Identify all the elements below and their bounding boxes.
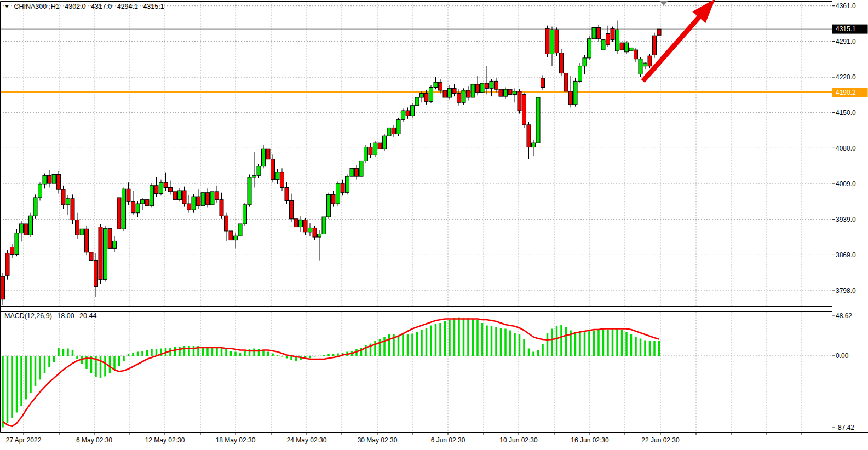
macd-bar	[584, 332, 586, 356]
candle-bull	[471, 84, 475, 97]
time-tick-label: 12 May 02:30	[145, 436, 185, 444]
macd-bar	[542, 344, 544, 356]
candle-bull	[308, 228, 312, 232]
candle-bull	[387, 128, 391, 136]
candle-bull	[396, 120, 400, 134]
candle-bear	[406, 111, 410, 116]
candle-bull	[159, 182, 163, 193]
macd-bar	[323, 355, 325, 356]
macd-bar	[67, 349, 69, 356]
candle-bear	[303, 220, 307, 232]
macd-bar	[151, 349, 153, 356]
candle-bear	[173, 192, 177, 200]
candle-bull	[504, 89, 508, 96]
time-tick-label: 6 Jun 02:30	[431, 436, 465, 444]
candle-bull	[248, 177, 251, 205]
candle-bear	[48, 175, 51, 183]
macd-bar	[39, 356, 41, 379]
price-tick-label: 4220.0	[836, 73, 856, 81]
candle-bull	[346, 176, 349, 193]
candle-bear	[634, 50, 638, 59]
candle-bear	[341, 183, 344, 193]
macd-bar	[421, 330, 423, 356]
macd-bar	[272, 354, 274, 356]
candle-bull	[262, 149, 266, 166]
macd-bar	[500, 328, 502, 356]
candle-bear	[439, 82, 442, 90]
candle-bull	[578, 66, 582, 82]
candle-bear	[313, 228, 317, 237]
candle-bear	[555, 30, 559, 53]
candle-bear	[117, 198, 121, 229]
candle-bear	[197, 197, 200, 206]
macd-bar	[593, 331, 595, 356]
candle-bear	[24, 224, 28, 235]
candle-bear	[653, 36, 657, 55]
macd-bar	[528, 349, 530, 356]
macd-bar	[128, 354, 130, 356]
candle-bear	[169, 187, 173, 191]
candle-bear	[452, 88, 456, 93]
macd-bar	[113, 356, 116, 370]
macd-bar	[7, 356, 9, 423]
macd-main-value: 18.00	[57, 312, 74, 320]
candle-bull	[573, 81, 577, 105]
macd-bar	[100, 356, 102, 378]
candle-bear	[611, 28, 614, 39]
candle-bear	[495, 81, 498, 89]
candle-bear	[457, 94, 461, 103]
price-tick-label: 4009.0	[836, 180, 856, 188]
macd-bar	[472, 319, 474, 356]
macd-bar	[574, 332, 577, 356]
candle-bull	[299, 220, 303, 227]
candle-bull	[583, 58, 587, 66]
candle-bull	[462, 90, 465, 102]
macd-bar	[230, 351, 232, 356]
candle-bear	[164, 182, 168, 187]
time-tick-label: 16 Jun 02:30	[571, 436, 609, 444]
macd-bar	[621, 330, 623, 356]
macd-bar	[444, 321, 446, 356]
candle-bull	[43, 175, 47, 184]
trend-arrow-shaft	[643, 15, 701, 81]
candle-bull	[66, 199, 70, 205]
macd-bar	[183, 346, 186, 356]
macd-bar	[565, 327, 567, 356]
candle-bull	[318, 234, 321, 238]
macd-bar	[426, 328, 428, 356]
price-tick-label: 4361.0	[836, 2, 856, 10]
macd-bar	[588, 331, 590, 356]
candle-bear	[606, 34, 610, 45]
candle-bear	[620, 43, 624, 50]
ohlc-high-value: 4317.0	[91, 3, 112, 10]
macd-bar	[2, 356, 4, 427]
candle-bear	[545, 28, 549, 54]
macd-bar	[556, 326, 558, 356]
chart-canvas[interactable]: 4361.04291.04220.04150.04080.04009.03939…	[0, 0, 868, 450]
time-tick-label: 24 May 02:30	[287, 436, 327, 444]
candle-bear	[76, 220, 79, 235]
candle-bull	[415, 97, 419, 106]
candle-bear	[225, 216, 228, 231]
candle-bull	[420, 94, 424, 97]
candle-bull	[238, 224, 242, 236]
candle-bull	[616, 30, 619, 51]
candle-bull	[210, 192, 214, 205]
macd-bar	[234, 352, 237, 356]
candle-bull	[136, 204, 140, 213]
candle-bear	[355, 168, 359, 176]
macd-bar	[332, 354, 335, 356]
macd-bar	[547, 333, 549, 356]
macd-bar	[453, 318, 456, 356]
candle-bear	[527, 125, 531, 147]
ohlc-low-value: 4294.1	[117, 3, 138, 10]
candle-bull	[359, 161, 363, 176]
macd-bar	[398, 336, 400, 356]
macd-bar	[640, 339, 642, 356]
candle-bull	[252, 175, 256, 177]
time-tick-label: 30 May 02:30	[358, 436, 398, 444]
ohlc-close-value: 4315.1	[143, 3, 164, 10]
candle-bear	[187, 204, 191, 210]
candle-bull	[434, 82, 438, 87]
macd-bar	[653, 341, 656, 356]
